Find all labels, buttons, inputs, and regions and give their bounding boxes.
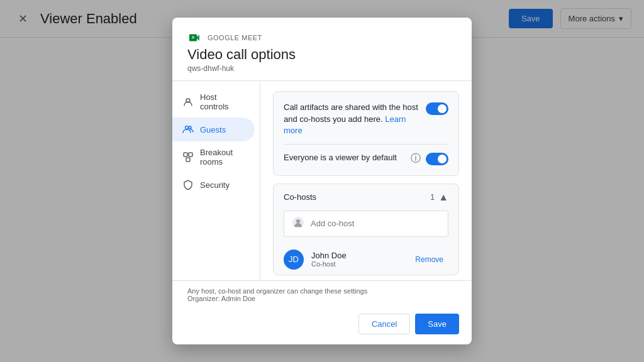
modal-subtitle: qws-dhwf-huk (187, 64, 457, 73)
nav-label-host-controls: Host controls (200, 92, 245, 111)
modal-header-top: GOOGLE MEET (187, 30, 457, 45)
john-doe-name: John Doe (311, 251, 402, 260)
svg-point-3 (189, 126, 191, 129)
call-artifacts-track (426, 102, 448, 115)
video-options-modal: GOOGLE MEET Video call options qws-dhwf-… (172, 18, 472, 344)
breakout-rooms-icon (182, 151, 194, 163)
call-artifacts-card: Call artifacts are shared with the host … (273, 91, 459, 176)
guests-icon (182, 124, 194, 135)
svg-rect-6 (186, 158, 190, 162)
john-doe-avatar: JD (284, 250, 304, 270)
call-artifacts-thumb (438, 104, 447, 113)
john-doe-info: John Doe Co-host (311, 251, 402, 268)
cohost-john-doe: JD John Doe Co-host Remove (274, 244, 458, 275)
modal-title: Video call options (187, 47, 457, 63)
call-artifacts-text: Call artifacts are shared with the host … (284, 102, 418, 136)
modal-content: Call artifacts are shared with the host … (260, 81, 472, 280)
call-artifacts-toggle[interactable] (426, 102, 448, 115)
remove-cohost-button[interactable]: Remove (410, 253, 448, 266)
save-button[interactable]: Save (415, 314, 459, 334)
security-icon (182, 179, 194, 190)
modal-actions: Cancel Save (172, 307, 472, 344)
google-meet-label: GOOGLE MEET (208, 34, 262, 41)
nav-item-security[interactable]: Security (172, 173, 255, 197)
nav-item-host-controls[interactable]: Host controls (172, 86, 255, 118)
cohosts-header: Co-hosts 1 ▲ (274, 184, 458, 211)
modal-nav: Host controls Guests (172, 81, 260, 280)
add-cohost-avatar-icon (292, 216, 304, 231)
cohosts-section: Co-hosts 1 ▲ (273, 184, 459, 275)
info-icon: ⓘ (411, 152, 421, 165)
cohosts-chevron-up-icon[interactable]: ▲ (438, 192, 448, 203)
divider (284, 144, 448, 145)
call-artifacts-title: Call artifacts are shared with the host … (284, 102, 418, 134)
svg-rect-4 (184, 153, 187, 156)
nav-label-security: Security (200, 180, 230, 190)
modal-footer-note: Any host, co-host and organizer can chan… (172, 280, 472, 307)
modal-overlay: GOOGLE MEET Video call options qws-dhwf-… (0, 0, 644, 362)
nav-item-guests[interactable]: Guests (172, 118, 255, 141)
svg-rect-5 (189, 153, 192, 156)
john-doe-role: Co-host (311, 260, 402, 268)
viewer-row: Everyone is a viewer by default ⓘ (284, 152, 448, 165)
viewer-right: ⓘ (411, 152, 448, 165)
viewer-thumb (438, 155, 447, 163)
svg-point-2 (186, 126, 189, 129)
nav-label-breakout-rooms: Breakout rooms (200, 148, 245, 167)
cohosts-title: Co-hosts (284, 192, 316, 202)
cohosts-count: 1 (430, 192, 435, 202)
viewer-toggle[interactable] (426, 153, 448, 165)
cohosts-count-area: 1 ▲ (430, 192, 448, 203)
svg-point-8 (296, 219, 300, 223)
viewer-text: Everyone is a viewer by default (284, 152, 403, 163)
nav-item-breakout-rooms[interactable]: Breakout rooms (172, 141, 255, 173)
modal-header: GOOGLE MEET Video call options qws-dhwf-… (172, 18, 472, 81)
viewer-title: Everyone is a viewer by default (284, 153, 397, 162)
add-cohost-field[interactable] (284, 211, 448, 237)
google-meet-icon (187, 30, 203, 45)
cancel-button[interactable]: Cancel (358, 314, 410, 334)
add-cohost-input[interactable] (311, 219, 440, 228)
viewer-track (426, 153, 448, 165)
nav-label-guests: Guests (200, 125, 226, 134)
host-controls-icon (182, 96, 194, 107)
call-artifacts-row: Call artifacts are shared with the host … (284, 102, 448, 136)
modal-body: Host controls Guests (172, 81, 472, 280)
